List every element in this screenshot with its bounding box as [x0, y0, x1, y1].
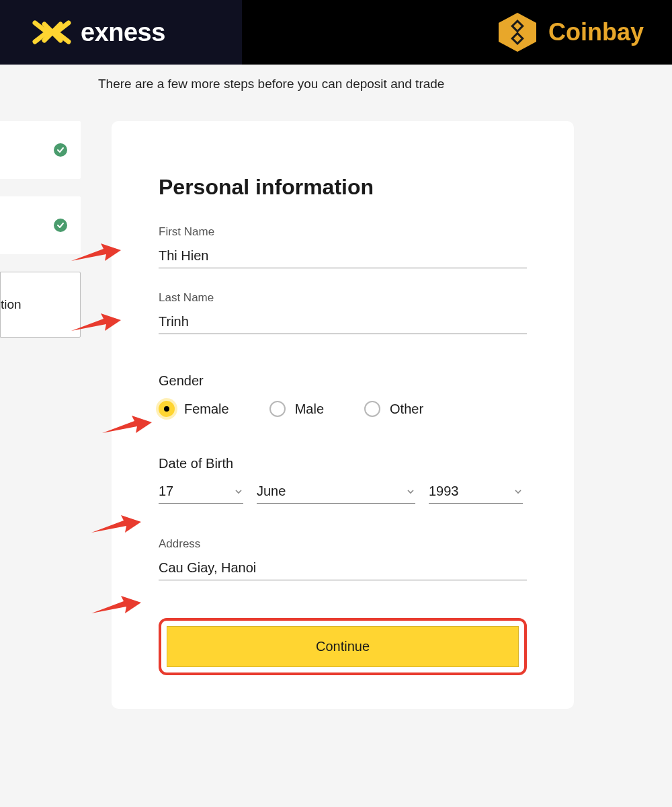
chevron-down-icon [513, 487, 523, 496]
first-name-field: First Name [159, 225, 527, 268]
dob-year-select[interactable]: 1993 [429, 481, 523, 504]
header-right: Coinbay [242, 0, 672, 65]
gender-label: Gender [159, 373, 527, 389]
annotation-arrow-icon [90, 512, 142, 539]
exness-mark-icon [32, 20, 73, 44]
address-field: Address [159, 537, 527, 580]
dob-row: 17 June 1993 [159, 481, 527, 504]
step-current[interactable]: tion [0, 272, 81, 338]
check-circle-icon [54, 219, 67, 232]
annotation-arrow-icon [90, 593, 142, 620]
step-complete-2[interactable] [0, 196, 81, 254]
continue-button[interactable]: Continue [167, 626, 519, 667]
form-card: Personal information First Name Last Nam… [112, 121, 574, 709]
dob-day-value: 17 [159, 484, 173, 499]
annotation-arrow-icon [70, 241, 122, 268]
first-name-label: First Name [159, 225, 527, 239]
gender-female-label: Female [184, 401, 229, 417]
content: tion Personal information First Name Las… [0, 121, 672, 709]
dob-year-value: 1993 [429, 484, 459, 499]
form-title: Personal information [159, 175, 527, 200]
exness-text: exness [81, 18, 165, 47]
address-input[interactable] [159, 558, 527, 580]
steps-sidebar: tion [0, 121, 81, 709]
chevron-down-icon [234, 487, 243, 496]
gender-field: Gender Female Male Other [159, 373, 527, 417]
last-name-field: Last Name [159, 291, 527, 334]
dob-month-select[interactable]: June [257, 481, 415, 504]
continue-highlight: Continue [159, 618, 527, 675]
last-name-label: Last Name [159, 291, 527, 305]
coinbay-hex-icon [496, 11, 539, 54]
first-name-input[interactable] [159, 245, 527, 268]
gender-radio-other[interactable]: Other [364, 401, 423, 417]
radio-unselected-icon [364, 401, 380, 417]
gender-male-label: Male [295, 401, 324, 417]
annotation-arrow-icon [101, 413, 153, 440]
dob-month-value: June [257, 484, 286, 499]
step-current-label: tion [1, 297, 22, 312]
last-name-input[interactable] [159, 311, 527, 334]
check-circle-icon [54, 143, 67, 157]
coinbay-logo: Coinbay [496, 11, 644, 54]
exness-logo: exness [32, 18, 165, 47]
dob-label: Date of Birth [159, 456, 527, 471]
address-label: Address [159, 537, 527, 551]
dob-day-select[interactable]: 17 [159, 481, 243, 504]
dob-field: Date of Birth 17 June 1993 [159, 456, 527, 504]
gender-radio-male[interactable]: Male [269, 401, 324, 417]
coinbay-text: Coinbay [548, 18, 644, 46]
page-subtitle: There are a few more steps before you ca… [0, 65, 672, 91]
gender-radio-row: Female Male Other [159, 401, 527, 417]
annotation-arrow-icon [70, 311, 122, 338]
gender-other-label: Other [390, 401, 423, 417]
header-left: exness [0, 0, 242, 65]
chevron-down-icon [406, 487, 415, 496]
step-complete-1[interactable] [0, 121, 81, 179]
gender-radio-female[interactable]: Female [159, 401, 229, 417]
radio-unselected-icon [269, 401, 286, 417]
radio-selected-icon [159, 401, 175, 417]
header: exness Coinbay [0, 0, 672, 65]
